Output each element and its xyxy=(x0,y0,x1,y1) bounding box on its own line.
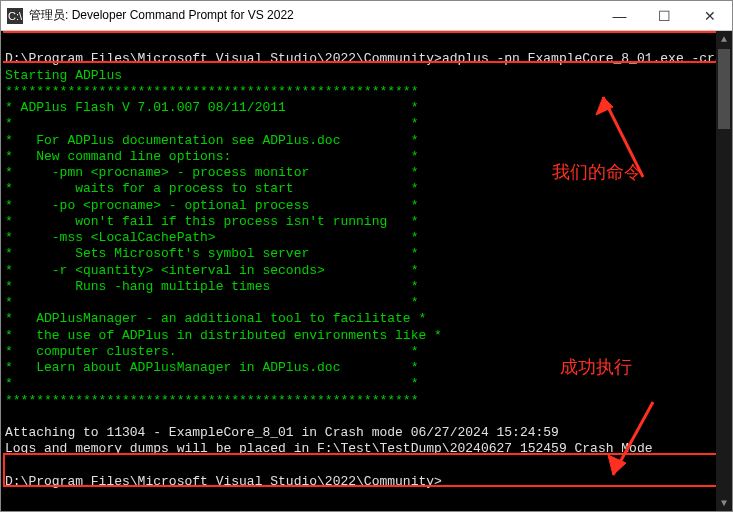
help-line: * ADPlusManager - an additional tool to … xyxy=(5,311,426,326)
svg-marker-1 xyxy=(596,97,613,115)
scroll-down-button[interactable]: ▼ xyxy=(716,495,732,511)
help-line: * For ADPlus documentation see ADPlus.do… xyxy=(5,133,418,148)
help-line: * -pmn <procname> - process monitor * xyxy=(5,165,418,180)
help-line: * -mss <LocalCachePath> * xyxy=(5,230,418,245)
help-line: * * xyxy=(5,376,418,391)
help-line: * the use of ADPlus in distributed envir… xyxy=(5,328,442,343)
attach-line: Attaching to 11304 - ExampleCore_8_01 in… xyxy=(5,425,559,440)
help-line: * * xyxy=(5,295,418,310)
banner-stars-bottom: ****************************************… xyxy=(5,393,418,408)
banner-stars: ****************************************… xyxy=(5,84,418,99)
help-line: * -po <procname> - optional process * xyxy=(5,198,418,213)
help-line: * waits for a process to start * xyxy=(5,181,418,196)
terminal-area[interactable]: D:\Program Files\Microsoft Visual Studio… xyxy=(1,31,732,511)
arrow-to-command xyxy=(541,71,668,209)
svg-line-2 xyxy=(613,402,653,475)
minimize-button[interactable]: — xyxy=(597,1,642,31)
scroll-thumb[interactable] xyxy=(718,49,730,129)
titlebar: C:\ 管理员: Developer Command Prompt for VS… xyxy=(1,1,732,31)
banner-title: * ADPlus Flash V 7.01.007 08/11/2011 * xyxy=(5,100,418,115)
help-line: * New command line options: * xyxy=(5,149,418,164)
svg-line-0 xyxy=(603,97,643,177)
close-button[interactable]: ✕ xyxy=(687,1,732,31)
help-line: * computer clusters. * xyxy=(5,344,418,359)
svg-marker-3 xyxy=(608,455,626,475)
help-line: * Runs -hang multiple times * xyxy=(5,279,418,294)
command-prompt-window: C:\ 管理员: Developer Command Prompt for VS… xyxy=(0,0,733,512)
title-left: C:\ 管理员: Developer Command Prompt for VS… xyxy=(7,7,294,24)
scroll-up-button[interactable]: ▲ xyxy=(716,31,732,47)
help-line: * Sets Microsoft's symbol server * xyxy=(5,246,418,261)
help-line: * Learn about ADPlusManager in ADPlus.do… xyxy=(5,360,418,375)
vertical-scrollbar[interactable]: ▲ ▼ xyxy=(716,31,732,511)
logs-line: Logs and memory dumps will be placed in … xyxy=(5,441,653,456)
prompt-line: D:\Program Files\Microsoft Visual Studio… xyxy=(5,51,732,66)
window-title: 管理员: Developer Command Prompt for VS 202… xyxy=(29,7,294,24)
annotation-label-command: 我们的命令 xyxy=(552,161,642,184)
banner-blank: * * xyxy=(5,116,418,131)
cmd-icon: C:\ xyxy=(7,8,23,24)
maximize-button[interactable]: ☐ xyxy=(642,1,687,31)
starting-line: Starting ADPlus xyxy=(5,68,122,83)
help-line: * -r <quantity> <interval in seconds> * xyxy=(5,263,418,278)
window-controls: — ☐ ✕ xyxy=(597,1,732,30)
annotation-label-success: 成功执行 xyxy=(560,356,632,379)
help-line: * won't fail if this process isn't runni… xyxy=(5,214,418,229)
prompt-line-2: D:\Program Files\Microsoft Visual Studio… xyxy=(5,474,442,489)
